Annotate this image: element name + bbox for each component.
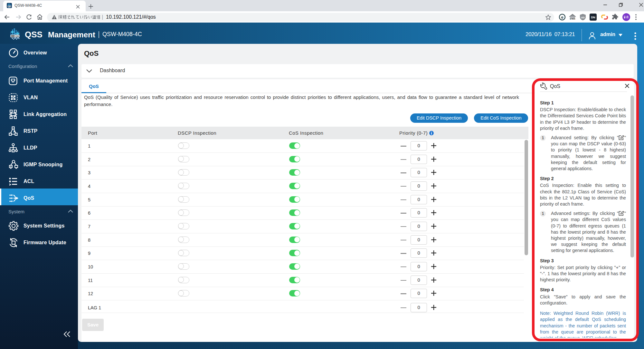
svg-text:UD: UD bbox=[581, 16, 585, 19]
svg-text:DN: DN bbox=[591, 16, 595, 19]
svg-text:NEW: NEW bbox=[570, 18, 575, 20]
svg-text:e: e bbox=[561, 15, 563, 20]
svg-text:x: x bbox=[13, 129, 15, 133]
